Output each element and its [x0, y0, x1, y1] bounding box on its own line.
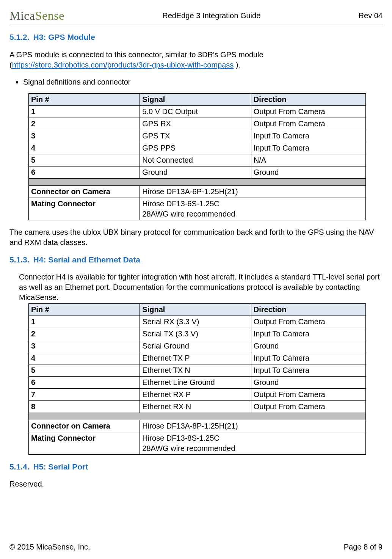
table-row: 8Ethernet RX NOutput From Camera — [29, 400, 366, 413]
bullet-item: Signal definitions and connector — [23, 77, 383, 87]
table-row: 2Serial TX (3.3 V)Input To Camera — [29, 328, 366, 340]
section-num: 5.1.4. — [9, 462, 30, 471]
pinout-table-h4: Pin # Signal Direction 1Serial RX (3.3 V… — [28, 303, 366, 455]
section-512-intro: A GPS module is connected to this connec… — [9, 50, 383, 70]
table-row: 6GroundGround — [29, 166, 366, 178]
table-row: Connector on CameraHirose DF13A-8P-1.25H… — [29, 420, 366, 432]
table-row: 4Ethernet TX PInput To Camera — [29, 352, 366, 364]
table-row: 6Ethernet Line GroundGround — [29, 376, 366, 388]
doc-revision: Rev 04 — [359, 11, 383, 21]
col-pin: Pin # — [29, 303, 140, 316]
logo-text-main: Mica — [9, 9, 35, 22]
table-row: Mating ConnectorHirose DF13-6S-1.25C 28A… — [29, 198, 366, 220]
col-signal: Signal — [140, 303, 251, 316]
pinout-table-h3: Pin # Signal Direction 15.0 V DC OutputO… — [28, 93, 366, 220]
bullet-list: Signal definitions and connector — [23, 77, 383, 87]
table-row: 2GPS RXOutput From Camera — [29, 118, 366, 130]
col-direction: Direction — [251, 93, 365, 105]
page-header: MicaSense RedEdge 3 Integration Guide Re… — [9, 8, 383, 25]
logo: MicaSense — [9, 8, 64, 24]
section-title: H4: Serial and Ethernet Data — [33, 255, 140, 264]
logo-text-accent: Sense — [35, 9, 64, 22]
table-header-row: Pin # Signal Direction — [29, 303, 366, 316]
table-row: 7Ethernet RX POutput From Camera — [29, 388, 366, 400]
table-row: 5Not ConnectedN/A — [29, 154, 366, 166]
table-row: Connector on CameraHirose DF13A-6P-1.25H… — [29, 185, 366, 198]
section-title: H3: GPS Module — [33, 33, 95, 41]
table-separator — [29, 178, 366, 185]
section-heading-512: 5.1.2.H3: GPS Module — [9, 32, 383, 42]
col-signal: Signal — [140, 93, 251, 105]
table-header-row: Pin # Signal Direction — [29, 93, 366, 105]
table-row: 4GPS PPSInput To Camera — [29, 142, 366, 154]
section-title: H5: Serial Port — [33, 462, 88, 471]
section-num: 5.1.2. — [9, 33, 30, 41]
table-row: 1Serial RX (3.3 V)Output From Camera — [29, 316, 366, 328]
section-512-after: The camera uses the ublox UBX binary pro… — [9, 227, 383, 248]
section-514-body: Reserved. — [9, 479, 383, 489]
section-num: 5.1.3. — [9, 255, 30, 264]
table-row: Mating ConnectorHirose DF13-8S-1.25C 28A… — [29, 432, 366, 454]
col-pin: Pin # — [29, 93, 140, 105]
section-513-intro: Connector H4 is available for tighter in… — [19, 272, 383, 303]
table-row: 3Serial GroundGround — [29, 340, 366, 352]
gps-link[interactable]: https://store.3drobotics.com/products/3d… — [12, 61, 234, 69]
intro-text-b: ). — [234, 61, 240, 69]
table-row: 15.0 V DC OutputOutput From Camera — [29, 105, 366, 118]
table-row: 5Ethernet TX NInput To Camera — [29, 364, 366, 376]
doc-title: RedEdge 3 Integration Guide — [162, 11, 260, 21]
section-heading-513: 5.1.3.H4: Serial and Ethernet Data — [9, 254, 383, 265]
table-row: 3GPS TXInput To Camera — [29, 130, 366, 142]
table-separator — [29, 413, 366, 420]
section-heading-514: 5.1.4.H5: Serial Port — [9, 462, 383, 472]
col-direction: Direction — [251, 303, 365, 316]
